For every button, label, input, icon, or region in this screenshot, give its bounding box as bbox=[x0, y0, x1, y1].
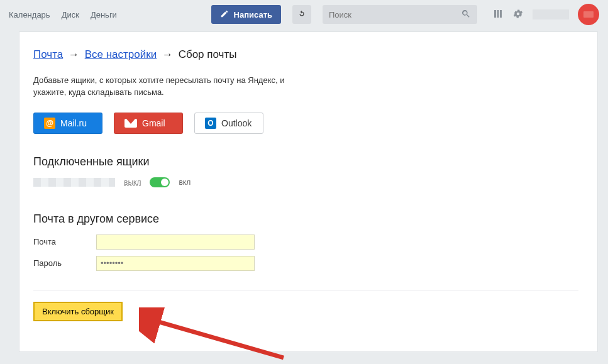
breadcrumb: Почта → Все настройки → Сбор почты bbox=[33, 48, 578, 61]
external-mail-input[interactable] bbox=[96, 234, 255, 250]
breadcrumb-current: Сбор почты bbox=[179, 48, 237, 60]
provider-label: Gmail bbox=[142, 118, 165, 128]
nav-money[interactable]: Деньги bbox=[91, 10, 117, 19]
toggle-on-label: вкл bbox=[179, 178, 191, 187]
avatar-icon bbox=[583, 11, 594, 18]
svg-line-0 bbox=[148, 319, 284, 358]
refresh-icon bbox=[297, 9, 306, 20]
external-mail-row: Почта bbox=[33, 234, 578, 250]
breadcrumb-all-settings[interactable]: Все настройки bbox=[85, 48, 157, 60]
compose-button[interactable]: Написать bbox=[211, 5, 281, 24]
external-heading: Почта в другом сервисе bbox=[33, 212, 578, 226]
provider-gmail-button[interactable]: Gmail bbox=[114, 113, 183, 134]
mailbox-toggle[interactable] bbox=[150, 177, 170, 187]
provider-label: Mail.ru bbox=[60, 118, 87, 128]
theme-icon[interactable] bbox=[492, 8, 504, 21]
search-box[interactable] bbox=[323, 5, 477, 24]
gear-icon[interactable] bbox=[512, 8, 524, 21]
provider-buttons: @ Mail.ru Gmail O Outlook bbox=[33, 113, 578, 134]
search-icon[interactable] bbox=[461, 9, 471, 21]
username-placeholder[interactable] bbox=[533, 9, 569, 19]
compose-icon bbox=[220, 9, 229, 20]
app-header: Календарь Диск Деньги Написать bbox=[0, 0, 608, 29]
mail-label: Почта bbox=[33, 237, 96, 246]
page-description: Добавьте ящики, с которых хотите пересыл… bbox=[33, 75, 316, 99]
nav-calendar[interactable]: Календарь bbox=[9, 10, 50, 19]
pass-label: Пароль bbox=[33, 258, 96, 268]
compose-label: Написать bbox=[234, 10, 272, 19]
enable-collector-button[interactable]: Включить сборщик bbox=[33, 302, 123, 321]
breadcrumb-mail[interactable]: Почта bbox=[33, 48, 63, 60]
separator bbox=[33, 290, 578, 290]
connected-heading: Подключенные ящики bbox=[33, 155, 578, 168]
connected-mailbox-name[interactable] bbox=[33, 178, 115, 187]
provider-mailru-button[interactable]: @ Mail.ru bbox=[33, 113, 102, 134]
external-pass-input[interactable] bbox=[96, 256, 255, 271]
annotation-arrow bbox=[139, 307, 290, 364]
gmail-icon bbox=[124, 119, 137, 128]
search-input[interactable] bbox=[329, 10, 461, 19]
refresh-button[interactable] bbox=[292, 5, 311, 24]
outlook-icon: O bbox=[205, 118, 216, 129]
settings-card: Почта → Все настройки → Сбор почты Добав… bbox=[19, 31, 598, 352]
breadcrumb-arrow: → bbox=[69, 48, 79, 60]
provider-outlook-button[interactable]: O Outlook bbox=[194, 113, 263, 134]
mailru-icon: @ bbox=[44, 118, 55, 129]
connected-mailbox-row: выкл вкл bbox=[33, 177, 578, 187]
breadcrumb-arrow: → bbox=[162, 48, 173, 60]
toggle-off-label[interactable]: выкл bbox=[124, 178, 141, 187]
avatar[interactable] bbox=[578, 4, 599, 25]
external-pass-row: Пароль bbox=[33, 256, 578, 271]
provider-label: Outlook bbox=[221, 118, 251, 128]
nav-disk[interactable]: Диск bbox=[62, 10, 79, 19]
